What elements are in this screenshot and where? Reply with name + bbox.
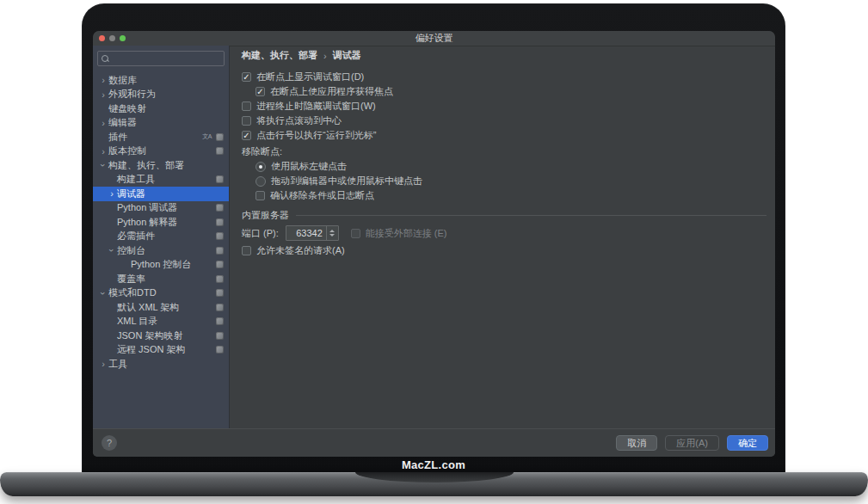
option-label: 确认移除条件或日志断点 [270,189,374,202]
sidebar-item-label: Python 调试器 [117,201,177,214]
title-bar[interactable]: 偏好设置 [93,31,775,46]
checkbox-hide-debug-window-on-termination[interactable]: 进程终止时隐藏调试窗口(W) [242,99,768,114]
sidebar-item-json-schema-mappings[interactable]: JSON 架构映射 [93,329,229,343]
sidebar-item-required-plugins[interactable]: 必需插件 [93,230,229,244]
plugin-badge-icon [216,275,224,283]
sidebar-item-python-interpreter[interactable]: Python 解释器 [93,215,229,230]
sidebar-item-appearance-behavior[interactable]: › 外观和行为 [93,88,229,102]
checkbox-unchecked-icon [351,229,360,238]
display-area: 偏好设置 › 数据库 [93,31,775,457]
sidebar-item-python-console[interactable]: Python 控制台 [93,258,229,273]
option-label: 进程终止时隐藏调试窗口(W) [256,100,376,113]
footer-bar: ? 取消 应用(A) 确定 [93,428,775,457]
sidebar-item-label: 构建、执行、部署 [108,159,184,172]
sidebar-item-label: JSON 架构映射 [117,329,182,342]
plugin-badge-icon [216,175,224,183]
chevron-right-icon[interactable]: › [98,90,108,99]
port-input[interactable]: 63342 [286,225,339,241]
chevron-right-icon[interactable]: › [98,147,108,156]
breadcrumb: 构建、执行、部署 › 调试器 [242,48,768,63]
plugin-badge-icon [216,261,224,268]
remove-breakpoint-group-label: 移除断点: [242,144,768,159]
chevron-down-icon[interactable]: › [99,160,108,170]
checkbox-allow-unsigned-requests[interactable]: 允许未签名的请求(A) [242,243,768,258]
builtin-server-section-header: 内置服务器 [242,208,768,223]
section-divider [296,215,766,216]
breadcrumb-current: 调试器 [333,49,361,62]
sidebar-item-label: 插件 [108,131,127,144]
port-row: 端口 (P): 63342 能接受外部 [242,225,768,241]
settings-tree: › 数据库 › 外观和行为 键盘映射 [93,70,229,372]
sidebar-item-python-debugger[interactable]: Python 调试器 [93,201,229,216]
sidebar-item-label: 构建工具 [117,173,155,186]
translate-icon: 文A [202,132,212,141]
port-stepper[interactable] [326,226,338,240]
checkbox-focus-app-on-breakpoint[interactable]: ✓ 在断点上使应用程序获得焦点 [242,84,768,99]
port-value[interactable]: 63342 [286,226,326,240]
sidebar-item-console[interactable]: › 控制台 [93,243,229,258]
search-input[interactable] [113,52,220,65]
checkbox-confirm-remove-conditional-breakpoint[interactable]: 确认移除条件或日志断点 [242,188,768,203]
option-label: 点击行号以执行“运行到光标” [256,129,376,142]
option-label: 拖动到编辑器中或使用鼠标中键点击 [271,175,422,187]
radio-remove-by-drag-or-middle-click[interactable]: 拖动到编辑器中或使用鼠标中键点击 [242,174,768,188]
sidebar-item-build-tools[interactable]: 构建工具 [93,173,229,187]
checkbox-checked-icon: ✓ [242,72,251,82]
sidebar-item-label: 编辑器 [108,116,137,129]
radio-remove-by-left-click[interactable]: 使用鼠标左键点击 [242,159,768,174]
sidebar-item-remote-json-schemas[interactable]: 远程 JSON 架构 [93,343,229,358]
chevron-right-icon[interactable]: › [98,76,108,84]
chevron-right-icon[interactable]: › [98,119,108,127]
checkbox-click-line-number-run-to-cursor[interactable]: ✓ 点击行号以执行“运行到光标” [242,128,768,143]
breadcrumb-parent[interactable]: 构建、执行、部署 [242,49,317,62]
option-label: 将执行点滚动到中心 [256,114,342,127]
checkbox-unchecked-icon [242,116,251,126]
sidebar-item-label: 调试器 [117,187,145,200]
checkbox-scroll-execution-point-to-center[interactable]: 将执行点滚动到中心 [242,114,768,128]
checkbox-unchecked-icon [255,191,265,200]
sidebar-item-label: 数据库 [108,74,137,87]
window-body: › 数据库 › 外观和行为 键盘映射 [93,46,775,428]
sidebar-item-label: 工具 [108,358,127,371]
preferences-window: 偏好设置 › 数据库 [93,31,775,457]
sidebar-item-database[interactable]: › 数据库 [93,73,229,88]
sidebar-item-label: 键盘映射 [108,102,146,115]
sidebar-item-label: 版本控制 [108,144,146,157]
plugin-badge-icon [216,317,224,325]
settings-search-box[interactable] [97,51,225,66]
radio-selected-icon [255,162,266,172]
sidebar-item-xml-catalog[interactable]: XML 目录 [93,315,229,329]
laptop-thumb-scoop [355,472,514,482]
sidebar-item-version-control[interactable]: › 版本控制 [93,144,229,159]
stepper-up-icon[interactable] [329,230,335,232]
sidebar-item-label: 模式和DTD [108,286,157,299]
chevron-right-icon[interactable]: › [98,360,108,368]
option-label: 能接受外部连接 (E) [366,227,447,240]
laptop-base [0,472,868,496]
help-button[interactable]: ? [102,435,117,451]
sidebar-item-keymap[interactable]: 键盘映射 [93,101,229,116]
sidebar-item-label: 必需插件 [117,230,155,243]
sidebar-item-debugger[interactable]: › 调试器 [93,187,229,201]
sidebar-item-plugins[interactable]: 插件 文A [93,130,229,144]
chevron-down-icon[interactable]: › [108,245,116,255]
cancel-button[interactable]: 取消 [616,435,657,451]
checkbox-unchecked-icon [242,246,251,255]
chevron-down-icon[interactable]: › [99,288,108,298]
chevron-right-icon[interactable]: › [107,189,117,198]
sidebar-item-editor[interactable]: › 编辑器 [93,116,229,131]
sidebar-item-schemas-and-dtd[interactable]: › 模式和DTD [93,286,229,301]
ok-button[interactable]: 确定 [727,435,768,451]
sidebar-item-coverage[interactable]: 覆盖率 [93,272,229,286]
apply-button[interactable]: 应用(A) [665,435,719,451]
sidebar-item-default-xml-schemas[interactable]: 默认 XML 架构 [93,300,229,315]
sidebar-item-label: XML 目录 [117,315,157,328]
sidebar-item-build-execution-deployment[interactable]: › 构建、执行、部署 [93,158,229,173]
checkbox-show-debug-window-on-breakpoint[interactable]: ✓ 在断点上显示调试窗口(D) [242,70,768,84]
plugin-badge-icon [216,304,224,311]
settings-main-panel: 构建、执行、部署 › 调试器 ✓ 在断点上显示调试窗口(D) ✓ 在断点上使应用… [230,46,775,428]
sidebar-item-tools[interactable]: › 工具 [93,357,229,372]
search-icon [102,55,109,63]
stepper-down-icon[interactable] [329,234,335,237]
option-label: 在断点上显示调试窗口(D) [256,71,364,83]
